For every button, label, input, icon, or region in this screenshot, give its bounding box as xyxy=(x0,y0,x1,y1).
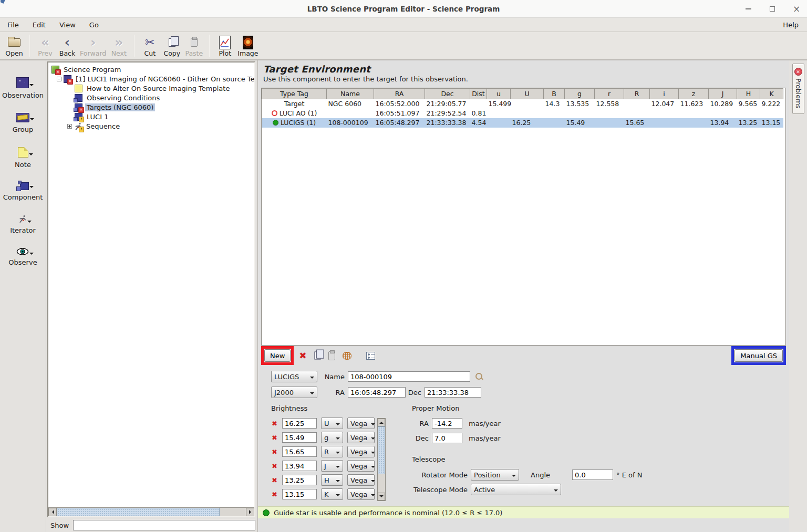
copy-target-icon[interactable] xyxy=(314,351,320,359)
magnitude-system-select[interactable]: Vega xyxy=(347,432,375,443)
maximize-button[interactable] xyxy=(768,5,777,13)
dec-input[interactable] xyxy=(425,387,481,398)
brightness-scrollbar[interactable] xyxy=(377,418,386,501)
sidebar-item-group[interactable]: Group xyxy=(13,113,34,133)
open-button[interactable]: Open xyxy=(3,35,25,57)
tree-item[interactable]: Observing Conditions xyxy=(49,93,254,102)
scrollbar-thumb[interactable] xyxy=(378,426,385,474)
sidebar-item-observe[interactable]: Observe xyxy=(8,248,37,266)
search-icon[interactable] xyxy=(475,373,483,381)
column-header-g[interactable]: g xyxy=(565,89,595,99)
brightness-value-input[interactable] xyxy=(282,461,317,471)
column-header-type-tag[interactable]: Type Tag xyxy=(262,89,327,99)
tree-item[interactable]: Sequence xyxy=(49,121,254,131)
scroll-up-icon[interactable] xyxy=(378,419,385,426)
pm-ra-input[interactable] xyxy=(432,418,462,429)
column-header-b[interactable]: B xyxy=(544,89,565,99)
column-header-j[interactable]: J xyxy=(709,89,737,99)
close-button[interactable]: × xyxy=(792,5,801,13)
tab-problems[interactable]: ✕ Problems xyxy=(792,64,804,114)
column-header-dec[interactable]: Dec xyxy=(425,89,470,99)
remove-brightness-icon[interactable]: ✖ xyxy=(271,477,278,484)
column-header-k[interactable]: K xyxy=(760,89,783,99)
table-row[interactable]: TargetNGC 606016:05:52.00021:29:05.7715.… xyxy=(262,99,783,109)
column-header-z[interactable]: z xyxy=(679,89,709,99)
scroll-down-icon[interactable] xyxy=(378,493,385,500)
magnitude-system-select[interactable]: Vega xyxy=(347,418,375,429)
collapse-icon[interactable] xyxy=(57,77,61,81)
cut-button[interactable]: ✂Cut xyxy=(139,35,161,57)
column-header-h[interactable]: H xyxy=(737,89,760,99)
column-header-dist[interactable]: Dist xyxy=(470,89,487,99)
paste-target-icon[interactable] xyxy=(328,351,335,360)
band-select[interactable]: g xyxy=(321,432,343,443)
catalog-grid-icon[interactable] xyxy=(343,352,351,360)
band-select[interactable]: K xyxy=(321,488,343,500)
column-header-r[interactable]: R xyxy=(624,89,650,99)
coord-system-select[interactable]: J2000 xyxy=(271,387,317,398)
scroll-right-icon[interactable] xyxy=(246,508,254,516)
brightness-value-input[interactable] xyxy=(282,432,317,443)
name-input[interactable] xyxy=(348,371,470,382)
column-header-ra[interactable]: RA xyxy=(374,89,425,99)
menu-go[interactable]: Go xyxy=(89,21,99,29)
plot-button[interactable]: Plot xyxy=(214,35,236,57)
tree-item[interactable]: LUCI 1 xyxy=(49,112,254,121)
sidebar-item-iterator[interactable]: Iterator xyxy=(10,215,36,234)
expand-icon[interactable] xyxy=(67,124,72,129)
column-header-name[interactable]: Name xyxy=(327,89,374,99)
telescope-mode-select[interactable]: Active xyxy=(471,484,561,495)
copy-button[interactable]: Copy xyxy=(161,35,183,57)
sidebar-item-observation[interactable]: Observation xyxy=(2,77,44,99)
remove-brightness-icon[interactable]: ✖ xyxy=(271,420,278,427)
table-row[interactable]: LUCI AO (1)16:05:51.09721:29:52.540.81 xyxy=(262,109,783,118)
band-select[interactable]: U xyxy=(321,418,343,429)
brightness-value-input[interactable] xyxy=(282,475,317,485)
target-details-icon[interactable] xyxy=(366,352,375,360)
ra-input[interactable] xyxy=(348,387,406,398)
show-input[interactable] xyxy=(73,520,255,530)
magnitude-system-select[interactable]: Vega xyxy=(347,474,375,486)
back-button[interactable]: ‹Back xyxy=(56,35,78,57)
manual-gs-button[interactable]: Manual GS xyxy=(734,349,783,362)
magnitude-system-select[interactable]: Vega xyxy=(347,488,375,500)
menu-view[interactable]: View xyxy=(59,21,76,29)
sidebar-item-note[interactable]: Note xyxy=(15,147,31,169)
column-header-i[interactable]: i xyxy=(650,89,679,99)
table-row[interactable]: LUCIGS (1)108-00010916:05:48.29721:33:33… xyxy=(262,118,783,128)
new-target-button[interactable]: New xyxy=(264,349,291,362)
tree-item[interactable]: [1] LUCI1 Imaging of NGC6060 - Dither On… xyxy=(49,74,254,84)
rotator-mode-select[interactable]: Position xyxy=(471,469,519,481)
brightness-value-input[interactable] xyxy=(282,418,317,429)
magnitude-system-select[interactable]: Vega xyxy=(347,446,375,457)
tree-item[interactable]: Science Program xyxy=(49,65,254,74)
sidebar-item-component[interactable]: Component xyxy=(3,182,43,201)
magnitude-system-select[interactable]: Vega xyxy=(347,460,375,472)
scrollbar-thumb[interactable] xyxy=(57,508,220,516)
tree-item[interactable]: How to Alter On Source Imaging Template xyxy=(49,84,254,93)
brightness-value-input[interactable] xyxy=(282,446,317,457)
brightness-value-input[interactable] xyxy=(282,489,317,499)
angle-input[interactable] xyxy=(572,470,613,480)
menu-help[interactable]: Help xyxy=(783,21,799,29)
tree-horizontal-scrollbar[interactable] xyxy=(48,507,254,516)
image-button[interactable]: Image xyxy=(236,35,260,57)
remove-brightness-icon[interactable]: ✖ xyxy=(271,463,278,470)
menu-file[interactable]: File xyxy=(7,21,19,29)
pm-dec-input[interactable] xyxy=(432,433,462,443)
target-type-select[interactable]: LUCIGS xyxy=(271,371,317,382)
delete-target-icon[interactable]: ✖ xyxy=(299,351,306,360)
remove-brightness-icon[interactable]: ✖ xyxy=(271,434,278,441)
band-select[interactable]: R xyxy=(321,446,343,457)
menu-edit[interactable]: Edit xyxy=(33,21,46,29)
minimize-button[interactable] xyxy=(744,5,752,13)
band-select[interactable]: J xyxy=(321,460,343,472)
column-header-u[interactable]: u xyxy=(487,89,511,99)
remove-brightness-icon[interactable]: ✖ xyxy=(271,491,278,498)
tree-item[interactable]: Targets (NGC 6060) xyxy=(49,102,254,112)
remove-brightness-icon[interactable]: ✖ xyxy=(271,448,278,455)
column-header-u[interactable]: U xyxy=(511,89,544,99)
scroll-left-icon[interactable] xyxy=(48,508,57,516)
column-header-r[interactable]: r xyxy=(595,89,624,99)
band-select[interactable]: H xyxy=(321,474,343,486)
